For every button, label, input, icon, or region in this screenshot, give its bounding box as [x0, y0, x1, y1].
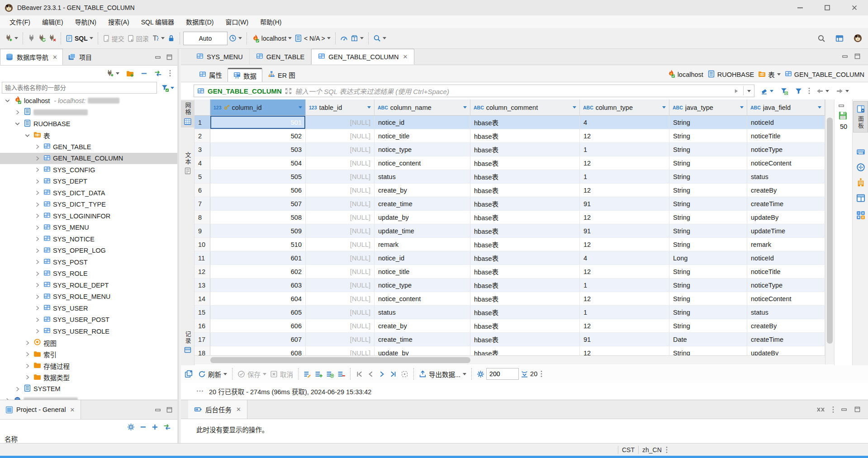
grid-cell[interactable]: 12: [580, 265, 669, 279]
grid-cell[interactable]: hbase表: [470, 306, 580, 319]
tree-item-redacted[interactable]: [0, 107, 177, 118]
dashboard-button[interactable]: [339, 33, 349, 44]
row-number[interactable]: 11: [194, 251, 210, 265]
tree-item-视图[interactable]: 视图: [0, 337, 177, 349]
chevron-right-icon[interactable]: [33, 247, 41, 254]
grid-cell[interactable]: status: [747, 306, 825, 319]
row-number[interactable]: 2: [194, 129, 210, 143]
tab-project-general[interactable]: Project - General ✕: [0, 400, 81, 419]
tree-item-SYS_MENU[interactable]: SYS_MENU: [0, 222, 177, 234]
search-button[interactable]: [372, 33, 388, 44]
grid-cell[interactable]: notice_id: [375, 116, 470, 129]
grid-cell[interactable]: noticeId: [747, 116, 825, 129]
grid-cell[interactable]: hbase表: [470, 251, 580, 265]
column-header-column_name[interactable]: ABCcolumn_name: [375, 99, 470, 115]
window-minimize-button[interactable]: [787, 0, 814, 15]
chevron-right-icon[interactable]: [14, 109, 21, 116]
grid-cell[interactable]: 1: [580, 279, 669, 292]
export-data-button[interactable]: 导出数据...: [417, 368, 468, 380]
grid-cell[interactable]: hbase表: [470, 224, 580, 238]
maximize-panel-icon[interactable]: [166, 406, 173, 413]
row-number[interactable]: 7: [194, 197, 210, 211]
grid-cell[interactable]: hbase表: [470, 116, 580, 129]
grid-cell[interactable]: 4: [580, 116, 669, 129]
grid-cell[interactable]: status: [375, 170, 470, 184]
filter-settings-button[interactable]: [160, 82, 175, 94]
grid-cell[interactable]: [NULL]: [306, 238, 375, 251]
new-folder-button[interactable]: [125, 68, 135, 79]
reconnect-button[interactable]: [37, 33, 47, 44]
grid-cell[interactable]: 91: [580, 224, 669, 238]
presentation-tab-grid[interactable]: 网格: [181, 100, 194, 127]
chevron-down-icon[interactable]: [24, 132, 31, 139]
grid-cell[interactable]: noticeTitle: [747, 265, 825, 279]
grid-cell[interactable]: update_by: [375, 211, 470, 224]
grid-cell[interactable]: Date: [669, 333, 747, 346]
filter-dropdown-icon[interactable]: [299, 106, 302, 109]
filter-dropdown-icon[interactable]: [367, 106, 371, 109]
column-header-column_type[interactable]: ABCcolumn_type: [580, 99, 669, 115]
save-button[interactable]: 保存: [236, 368, 268, 380]
grid-cell[interactable]: 507: [210, 197, 306, 211]
grid-cell[interactable]: 91: [580, 197, 669, 211]
grid-cell[interactable]: [NULL]: [306, 143, 375, 156]
save-value-icon[interactable]: [838, 110, 848, 121]
tree-item-SYS_USER[interactable]: SYS_USER: [0, 302, 177, 314]
grid-cell[interactable]: hbase表: [470, 333, 580, 346]
tree-item-GEN_TABLE[interactable]: GEN_TABLE: [0, 141, 177, 153]
delete-row-button[interactable]: [336, 369, 347, 379]
grid-cell[interactable]: [NULL]: [306, 170, 375, 184]
gear-icon[interactable]: [127, 423, 135, 431]
grid-cell[interactable]: 604: [210, 292, 306, 306]
add-row-button[interactable]: [313, 369, 324, 379]
grid-cell[interactable]: 505: [210, 170, 306, 184]
tree-item-SYS_ROLE_MENU[interactable]: SYS_ROLE_MENU: [0, 291, 177, 303]
grid-cell[interactable]: notice_content: [375, 156, 470, 170]
chevron-right-icon[interactable]: [33, 293, 41, 300]
grid-cell[interactable]: 12: [580, 184, 669, 197]
grid-cell[interactable]: 603: [210, 279, 306, 292]
column-header-column_id[interactable]: 123column_id: [210, 99, 306, 115]
grid-cell[interactable]: String: [669, 116, 747, 129]
new-connection-button[interactable]: [4, 33, 19, 44]
sql-filter-input[interactable]: GEN_TABLE_COLUMN 输入一个 SQL 表达式来过滤结果 (使用 C…: [194, 85, 754, 97]
grid-cell[interactable]: hbase表: [470, 184, 580, 197]
expand-icon[interactable]: [152, 424, 158, 430]
transaction-mode-select[interactable]: Auto: [183, 32, 228, 45]
chevron-right-icon[interactable]: [33, 143, 41, 150]
grid-cell[interactable]: 509: [210, 224, 306, 238]
row-number[interactable]: 5: [194, 170, 210, 184]
chevron-right-icon[interactable]: [33, 155, 41, 162]
menu-item-sql[interactable]: SQL 编辑器: [135, 16, 180, 28]
next-row-button[interactable]: [376, 369, 388, 379]
tree-item-SYS_POST[interactable]: SYS_POST: [0, 256, 177, 268]
minimize-panel-icon[interactable]: [842, 53, 849, 61]
previous-row-button[interactable]: [365, 369, 376, 379]
compare-button[interactable]: [349, 33, 365, 44]
active-connection-select[interactable]: localhost: [250, 33, 293, 44]
row-number[interactable]: 14: [194, 292, 210, 306]
sql-editor-button[interactable]: SQL: [64, 33, 95, 44]
editor-tab-sys_menu[interactable]: SYS_MENU: [190, 49, 250, 65]
apply-filter-icon[interactable]: [733, 88, 740, 94]
grid-cell[interactable]: 4: [580, 251, 669, 265]
grid-cell[interactable]: notice_id: [375, 251, 470, 265]
clear-filter-button[interactable]: [759, 85, 775, 97]
fetch-next-segment-button[interactable]: [519, 369, 530, 379]
tree-item-SYSTEM[interactable]: SYSTEM: [0, 383, 177, 395]
grid-cell[interactable]: [NULL]: [306, 279, 375, 292]
last-row-button[interactable]: [388, 369, 399, 379]
grid-cell[interactable]: 607: [210, 333, 306, 346]
refresh-button[interactable]: 刷新: [196, 368, 229, 380]
filter-dropdown-icon[interactable]: [662, 106, 666, 109]
first-row-button[interactable]: [354, 369, 365, 379]
nav-forward-button[interactable]: [835, 85, 850, 97]
tree-item-SYS_CONFIG[interactable]: SYS_CONFIG: [0, 164, 177, 176]
grid-cell[interactable]: 503: [210, 143, 306, 156]
grid-cell[interactable]: 12: [580, 129, 669, 143]
grid-cell[interactable]: status: [747, 170, 825, 184]
tree-item-SYS_DICT_DATA[interactable]: SYS_DICT_DATA: [0, 187, 177, 199]
grid-cell[interactable]: 504: [210, 156, 306, 170]
grid-cell[interactable]: [NULL]: [306, 129, 375, 143]
grid-cell[interactable]: notice_title: [375, 265, 470, 279]
